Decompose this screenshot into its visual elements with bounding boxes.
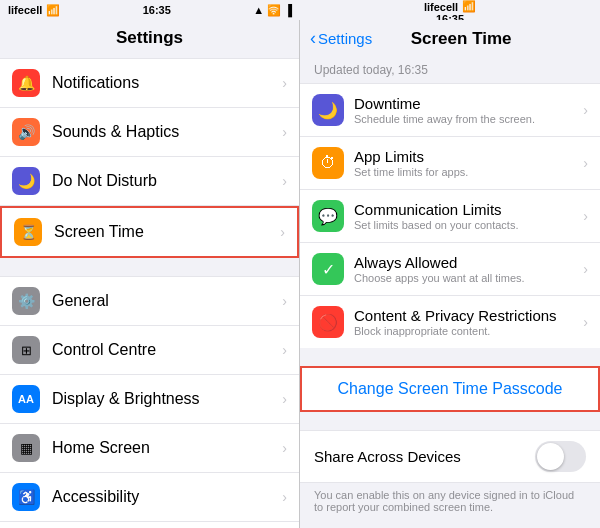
updated-text: Updated today, 16:35 bbox=[300, 59, 600, 83]
change-passcode-row[interactable]: Change Screen Time Passcode bbox=[300, 366, 600, 412]
applimits-chevron: › bbox=[583, 155, 588, 171]
left-panel-title: Settings bbox=[0, 20, 299, 58]
displaybrightness-chevron: › bbox=[282, 391, 287, 407]
contentprivacy-icon: 🚫 bbox=[312, 306, 344, 338]
share-devices-row: Share Across Devices bbox=[300, 430, 600, 483]
general-icon: ⚙️ bbox=[12, 287, 40, 315]
sounds-icon: 🔊 bbox=[12, 118, 40, 146]
left-signal-icon: ▲ bbox=[253, 4, 264, 16]
right-wifi-icon: 📶 bbox=[462, 0, 476, 13]
downtime-title: Downtime bbox=[354, 95, 583, 112]
controlcentre-chevron: › bbox=[282, 342, 287, 358]
alwaysallowed-icon: ✓ bbox=[312, 253, 344, 285]
downtime-sub: Schedule time away from the screen. bbox=[354, 113, 583, 125]
contentprivacy-sub: Block inappropriate content. bbox=[354, 325, 583, 337]
share-devices-note: You can enable this on any device signed… bbox=[300, 483, 600, 521]
settings-list: 🔔 Notifications › 🔊 Sounds & Haptics › 🌙 bbox=[0, 58, 299, 528]
alwaysallowed-sub: Choose apps you want at all times. bbox=[354, 272, 583, 284]
settings-row-notifications[interactable]: 🔔 Notifications › bbox=[0, 58, 299, 108]
right-row-alwaysallowed[interactable]: ✓ Always Allowed Choose apps you want at… bbox=[300, 243, 600, 296]
notifications-icon: 🔔 bbox=[12, 69, 40, 97]
left-status-bar: lifecell 📶 16:35 ▲ 🛜 ▐ bbox=[0, 0, 300, 20]
contentprivacy-text: Content & Privacy Restrictions Block ina… bbox=[354, 307, 583, 337]
general-label: General bbox=[52, 292, 282, 310]
settings-section-2: ⚙️ General › ⊞ Control Centre › AA bbox=[0, 276, 299, 528]
share-devices-toggle[interactable] bbox=[535, 441, 586, 472]
sounds-chevron: › bbox=[282, 124, 287, 140]
settings-row-accessibility[interactable]: ♿ Accessibility › bbox=[0, 473, 299, 522]
right-row-applimits[interactable]: ⏱ App Limits Set time limits for apps. › bbox=[300, 137, 600, 190]
commlimits-icon: 💬 bbox=[312, 200, 344, 232]
settings-row-displaybrightness[interactable]: AA Display & Brightness › bbox=[0, 375, 299, 424]
screentime-label: Screen Time bbox=[54, 223, 280, 241]
downtime-icon: 🌙 bbox=[312, 94, 344, 126]
left-wifi-icon: 📶 bbox=[46, 4, 60, 17]
homescreen-label: Home Screen bbox=[52, 439, 282, 457]
applimits-sub: Set time limits for apps. bbox=[354, 166, 583, 178]
accessibility-label: Accessibility bbox=[52, 488, 282, 506]
left-carrier: lifecell bbox=[8, 4, 42, 16]
homescreen-chevron: › bbox=[282, 440, 287, 456]
alwaysallowed-chevron: › bbox=[583, 261, 588, 277]
commlimits-title: Communication Limits bbox=[354, 201, 583, 218]
left-time: 16:35 bbox=[143, 4, 171, 16]
controlcentre-label: Control Centre bbox=[52, 341, 282, 359]
applimits-icon: ⏱ bbox=[312, 147, 344, 179]
commlimits-chevron: › bbox=[583, 208, 588, 224]
right-section-main: 🌙 Downtime Schedule time away from the s… bbox=[300, 83, 600, 348]
right-divider-3 bbox=[300, 521, 600, 528]
settings-row-wallpaper[interactable]: 🏔 Wallpaper › bbox=[0, 522, 299, 528]
left-wifi2-icon: 🛜 bbox=[267, 4, 281, 17]
commlimits-text: Communication Limits Set limits based on… bbox=[354, 201, 583, 231]
settings-row-sounds[interactable]: 🔊 Sounds & Haptics › bbox=[0, 108, 299, 157]
back-label: Settings bbox=[318, 30, 372, 47]
downtime-text: Downtime Schedule time away from the scr… bbox=[354, 95, 583, 125]
settings-row-homescreen[interactable]: ▦ Home Screen › bbox=[0, 424, 299, 473]
notifications-label: Notifications bbox=[52, 74, 282, 92]
right-divider-1 bbox=[300, 348, 600, 366]
accessibility-chevron: › bbox=[282, 489, 287, 505]
right-panel-header: ‹ Settings Screen Time bbox=[300, 20, 600, 59]
right-time: 16:35 bbox=[436, 13, 464, 20]
settings-row-screentime[interactable]: ⏳ Screen Time › bbox=[0, 206, 299, 258]
settings-row-general[interactable]: ⚙️ General › bbox=[0, 276, 299, 326]
contentprivacy-chevron: › bbox=[583, 314, 588, 330]
section-divider-1 bbox=[0, 258, 299, 276]
right-status-bar: lifecell 📶 16:35 ▲ 🛜 ▐ bbox=[300, 0, 600, 20]
right-carrier: lifecell bbox=[424, 1, 458, 13]
screentime-icon: ⏳ bbox=[14, 218, 42, 246]
contentprivacy-title: Content & Privacy Restrictions bbox=[354, 307, 583, 324]
applimits-text: App Limits Set time limits for apps. bbox=[354, 148, 583, 178]
notifications-chevron: › bbox=[282, 75, 287, 91]
back-chevron-icon: ‹ bbox=[310, 28, 316, 49]
right-row-downtime[interactable]: 🌙 Downtime Schedule time away from the s… bbox=[300, 83, 600, 137]
alwaysallowed-text: Always Allowed Choose apps you want at a… bbox=[354, 254, 583, 284]
accessibility-icon: ♿ bbox=[12, 483, 40, 511]
settings-row-donotdisturb[interactable]: 🌙 Do Not Disturb › bbox=[0, 157, 299, 206]
donotdisturb-label: Do Not Disturb bbox=[52, 172, 282, 190]
alwaysallowed-title: Always Allowed bbox=[354, 254, 583, 271]
downtime-chevron: › bbox=[583, 102, 588, 118]
settings-row-controlcentre[interactable]: ⊞ Control Centre › bbox=[0, 326, 299, 375]
right-row-contentprivacy[interactable]: 🚫 Content & Privacy Restrictions Block i… bbox=[300, 296, 600, 348]
settings-section-1: 🔔 Notifications › 🔊 Sounds & Haptics › 🌙 bbox=[0, 58, 299, 258]
right-panel-title: Screen Time bbox=[372, 29, 550, 49]
right-list: Updated today, 16:35 🌙 Downtime Schedule… bbox=[300, 59, 600, 528]
screentime-chevron: › bbox=[280, 224, 285, 240]
general-chevron: › bbox=[282, 293, 287, 309]
right-row-commlimits[interactable]: 💬 Communication Limits Set limits based … bbox=[300, 190, 600, 243]
donotdisturb-icon: 🌙 bbox=[12, 167, 40, 195]
change-passcode-label: Change Screen Time Passcode bbox=[316, 380, 584, 398]
left-panel: Settings 🔔 Notifications › 🔊 Sounds & Ha… bbox=[0, 20, 300, 528]
back-button[interactable]: ‹ Settings bbox=[310, 28, 372, 49]
sounds-label: Sounds & Haptics bbox=[52, 123, 282, 141]
right-divider-2 bbox=[300, 412, 600, 430]
controlcentre-icon: ⊞ bbox=[12, 336, 40, 364]
share-devices-label: Share Across Devices bbox=[314, 448, 535, 465]
right-panel: ‹ Settings Screen Time Updated today, 16… bbox=[300, 20, 600, 528]
donotdisturb-chevron: › bbox=[282, 173, 287, 189]
applimits-title: App Limits bbox=[354, 148, 583, 165]
commlimits-sub: Set limits based on your contacts. bbox=[354, 219, 583, 231]
left-battery-icon: ▐ bbox=[284, 4, 292, 16]
displaybrightness-icon: AA bbox=[12, 385, 40, 413]
